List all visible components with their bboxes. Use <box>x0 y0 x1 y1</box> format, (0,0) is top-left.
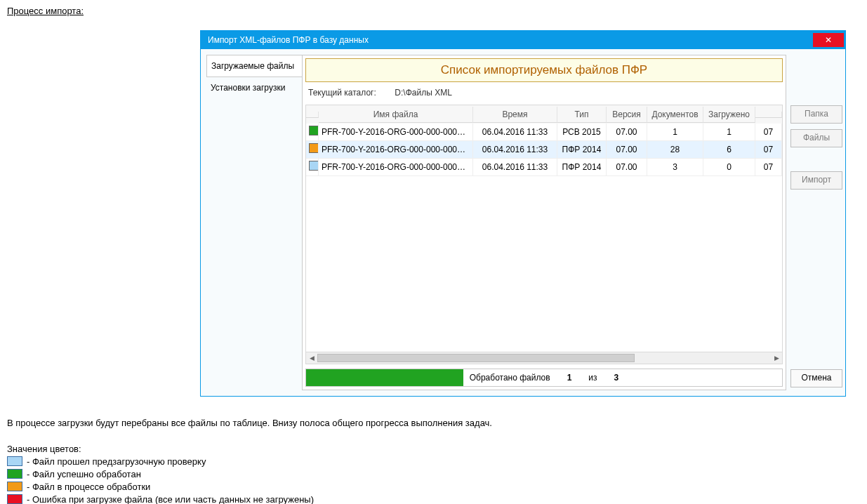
col-loaded[interactable]: Загружено <box>703 107 755 123</box>
cancel-button[interactable]: Отмена <box>790 369 842 387</box>
catalog-row: Текущий каталог: D:\Файлы XML <box>305 85 783 105</box>
progress-total: 3 <box>614 373 619 383</box>
table-row[interactable]: PFR-700-Y-2016-ORG-000-000-000000-...06.… <box>306 159 782 176</box>
legend-text: - Ошибка при загрузке файла (все или час… <box>27 494 314 504</box>
import-window: Импорт XML-файлов ПФР в базу данных ✕ За… <box>200 30 846 397</box>
description-text: В процессе загрузки будут перебраны все … <box>7 416 860 431</box>
cell-version: 07.00 <box>607 124 647 141</box>
window-title: Импорт XML-файлов ПФР в базу данных <box>208 35 369 45</box>
legend-swatch <box>7 469 22 479</box>
progress-label: Обработано файлов <box>470 373 550 383</box>
scroll-right-icon[interactable]: ▶ <box>771 352 782 364</box>
cell-tail: 07 <box>755 159 782 176</box>
col-color <box>306 112 319 118</box>
cell-type: ПФР 2014 <box>557 141 607 159</box>
tabs-panel: Загружаемые файлы Установки загрузки <box>206 55 302 390</box>
col-tail <box>755 112 782 118</box>
cell-time: 06.04.2016 11:33 <box>473 124 557 141</box>
row-status-swatch <box>306 124 319 141</box>
cell-type: РСВ 2015 <box>557 124 607 141</box>
content-area: Список импортируемых файлов ПФР Текущий … <box>302 55 786 390</box>
cell-docs: 3 <box>647 159 703 176</box>
grid-empty-space <box>306 176 782 352</box>
cell-time: 06.04.2016 11:33 <box>473 159 557 176</box>
legend-swatch <box>7 482 22 491</box>
tab-settings[interactable]: Установки загрузки <box>206 77 302 98</box>
progress-of-label: из <box>588 373 597 383</box>
table-row[interactable]: PFR-700-Y-2016-ORG-000-000-000000-...06.… <box>306 141 782 159</box>
folder-button[interactable]: Папка <box>790 105 842 124</box>
close-icon: ✕ <box>825 36 832 44</box>
row-status-swatch <box>306 141 319 159</box>
progress-bar: Обработано файлов 1 из 3 <box>305 369 783 387</box>
section-title: Процесс импорта: <box>7 6 860 16</box>
import-button[interactable]: Импорт <box>790 171 842 190</box>
cell-time: 06.04.2016 11:33 <box>473 141 557 159</box>
legend-text: - Файл успешно обработан <box>27 469 141 479</box>
cell-docs: 1 <box>647 124 703 141</box>
legend-item: - Файл успешно обработан <box>7 469 860 479</box>
legend-item: - Ошибка при загрузке файла (все или час… <box>7 494 860 504</box>
tab-label: Загружаемые файлы <box>211 61 294 71</box>
legend-title: Значения цветов: <box>7 444 860 454</box>
tab-files[interactable]: Загружаемые файлы <box>206 55 302 77</box>
cell-loaded: 6 <box>703 141 755 159</box>
legend-text: - Файл в процессе обработки <box>27 482 150 492</box>
list-title: Список импортируемых файлов ПФР <box>305 58 783 82</box>
legend-item: - Файл прошел предзагрузочную проверку <box>7 456 860 467</box>
scroll-track[interactable] <box>317 353 771 363</box>
catalog-value: D:\Файлы XML <box>395 88 451 98</box>
cell-filename: PFR-700-Y-2016-ORG-000-000-000000-... <box>319 159 473 176</box>
col-version[interactable]: Версия <box>607 107 647 123</box>
legend-swatch <box>7 494 22 504</box>
scroll-left-icon[interactable]: ◀ <box>306 352 317 364</box>
side-buttons: Папка Файлы Импорт Отмена <box>790 55 842 390</box>
cell-version: 07.00 <box>607 159 647 176</box>
window-close-button[interactable]: ✕ <box>813 33 844 47</box>
cell-tail: 07 <box>755 141 782 159</box>
col-docs[interactable]: Документов <box>647 107 703 123</box>
col-type[interactable]: Тип <box>557 107 607 123</box>
files-button[interactable]: Файлы <box>790 129 842 147</box>
cell-filename: PFR-700-Y-2016-ORG-000-000-000000-... <box>319 141 473 159</box>
legend-item: - Файл в процессе обработки <box>7 482 860 492</box>
table-row[interactable]: PFR-700-Y-2016-ORG-000-000-000000-...06.… <box>306 124 782 141</box>
row-status-swatch <box>306 159 319 176</box>
col-filename[interactable]: Имя файла <box>319 107 473 123</box>
tab-label: Установки загрузки <box>211 83 285 93</box>
grid-header: Имя файла Время Тип Версия Документов За… <box>306 105 782 124</box>
legend-text: - Файл прошел предзагрузочную проверку <box>27 456 206 467</box>
cell-loaded: 1 <box>703 124 755 141</box>
files-grid: Имя файла Время Тип Версия Документов За… <box>305 105 783 364</box>
col-time[interactable]: Время <box>473 107 557 123</box>
window-titlebar: Импорт XML-файлов ПФР в базу данных ✕ <box>201 31 845 49</box>
scroll-thumb[interactable] <box>317 354 635 362</box>
progress-done: 1 <box>567 373 572 383</box>
horizontal-scrollbar[interactable]: ◀ ▶ <box>306 352 782 364</box>
cell-docs: 28 <box>647 141 703 159</box>
cell-loaded: 0 <box>703 159 755 176</box>
catalog-label: Текущий каталог: <box>308 88 392 98</box>
cell-type: ПФР 2014 <box>557 159 607 176</box>
cell-version: 07.00 <box>607 141 647 159</box>
cell-filename: PFR-700-Y-2016-ORG-000-000-000000-... <box>319 124 473 141</box>
cell-tail: 07 <box>755 124 782 141</box>
legend-swatch <box>7 456 22 466</box>
